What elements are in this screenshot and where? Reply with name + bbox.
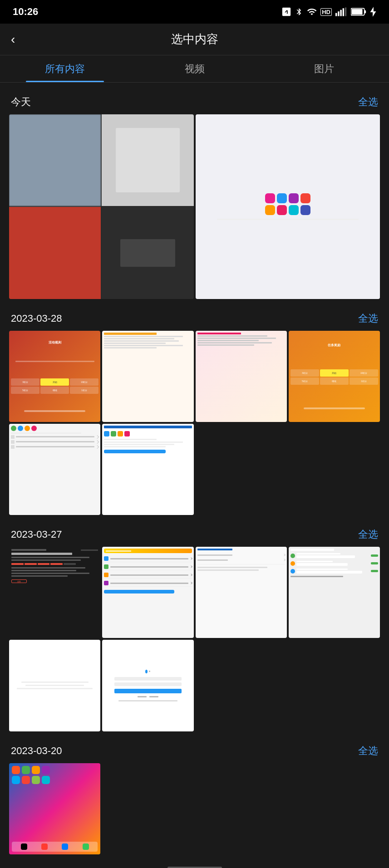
media-item[interactable] [102, 640, 193, 731]
section-20230328-date: 2023-03-28 [11, 313, 62, 324]
section-today-header: 今天 全选 [9, 87, 380, 114]
media-item[interactable] [102, 547, 193, 638]
status-icons: HD [281, 7, 376, 17]
media-grid-20230328: 活动规则 3积分 开始 10积分 5积分 继续 1积分 [9, 331, 380, 515]
section-20230320-date: 2023-03-20 [11, 745, 62, 757]
media-item[interactable] [289, 547, 380, 638]
section-2023-03-28: 2023-03-28 全选 活动规则 3积分 开始 10积分 5积分 继续 1积… [0, 304, 389, 515]
page-header: ‹ 选中内容 [0, 24, 389, 55]
section-today-select-all[interactable]: 全选 [358, 95, 378, 109]
tab-all[interactable]: 所有内容 [0, 55, 130, 82]
media-item[interactable]: 选集 [9, 547, 100, 638]
svg-rect-7 [364, 10, 366, 14]
status-bar: 10:26 HD [0, 0, 389, 24]
svg-rect-6 [352, 9, 363, 15]
section-20230327-date: 2023-03-27 [11, 529, 62, 540]
media-item[interactable] [9, 114, 194, 299]
media-item[interactable] [196, 547, 287, 638]
media-item[interactable] [102, 331, 193, 422]
media-item[interactable] [196, 331, 287, 422]
bottom-spacer [0, 854, 389, 868]
status-time: 10:26 [13, 6, 38, 18]
tab-image[interactable]: 图片 [259, 55, 389, 82]
media-item[interactable] [9, 640, 100, 731]
section-2023-03-27: 2023-03-27 全选 [0, 520, 389, 731]
media-item[interactable]: 活动规则 3积分 开始 10积分 5积分 继续 1积分 [9, 331, 100, 422]
charging-icon [370, 7, 376, 17]
tabs-container: 所有内容 视频 图片 [0, 55, 389, 83]
svg-rect-1 [338, 11, 339, 16]
media-grid-20230320 [9, 763, 380, 854]
section-today: 今天 全选 [0, 87, 389, 299]
media-item[interactable] [9, 763, 100, 854]
hd-icon: HD [320, 8, 332, 16]
media-grid-20230327: 选集 [9, 547, 380, 731]
svg-rect-0 [335, 13, 337, 16]
battery-icon [351, 8, 366, 16]
section-20230320-header: 2023-03-20 全选 [9, 736, 380, 763]
section-20230320-select-all[interactable]: 全选 [358, 744, 378, 758]
tab-video[interactable]: 视频 [130, 55, 260, 82]
media-item[interactable] [196, 114, 380, 299]
media-item[interactable] [9, 424, 100, 515]
nfc-icon [281, 7, 291, 17]
section-20230327-select-all[interactable]: 全选 [358, 528, 378, 541]
bluetooth-icon [295, 7, 303, 17]
svg-marker-8 [370, 7, 376, 17]
back-button[interactable]: ‹ [11, 32, 15, 47]
media-item[interactable]: 任务奖励 3积分 开始 10积分 5积分 继续 1积分 [289, 331, 380, 422]
page-title: 选中内容 [171, 31, 218, 47]
section-20230327-header: 2023-03-27 全选 [9, 520, 380, 547]
wifi-icon [307, 7, 317, 17]
section-20230328-select-all[interactable]: 全选 [358, 312, 378, 325]
svg-rect-2 [340, 10, 341, 16]
svg-rect-3 [343, 8, 344, 16]
signal-icon [335, 7, 347, 17]
section-today-date: 今天 [11, 95, 31, 109]
svg-rect-4 [345, 7, 346, 16]
section-20230328-header: 2023-03-28 全选 [9, 304, 380, 331]
media-item[interactable] [102, 424, 193, 515]
today-grid [9, 114, 380, 299]
section-2023-03-20: 2023-03-20 全选 [0, 736, 389, 854]
